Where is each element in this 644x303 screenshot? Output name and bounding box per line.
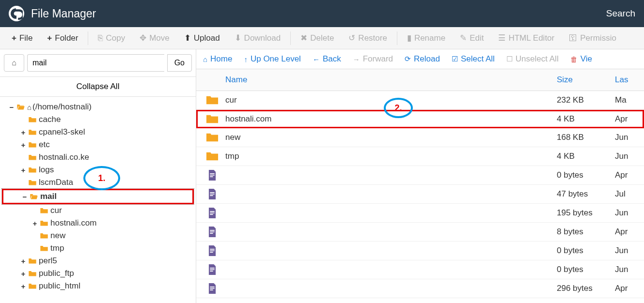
row-size: 168 KB (557, 133, 615, 142)
row-last: Apr (615, 114, 634, 124)
tree-item[interactable]: hostnali.co.ke (2, 151, 194, 164)
ct-view-label: Vie (581, 54, 592, 64)
ct-view-button[interactable]: 🗑Vie (570, 54, 592, 64)
copy-icon: ⎘ (98, 33, 103, 43)
upload-button[interactable]: ⬆Upload (177, 29, 227, 47)
row-name: tmp (225, 152, 557, 161)
tree-item[interactable]: cache (2, 113, 194, 126)
tree-label: lscmData (39, 178, 73, 187)
table-row[interactable]: 0 bytesApr (196, 166, 644, 185)
new-folder-button[interactable]: +Folder (40, 30, 85, 47)
copy-button[interactable]: ⎘Copy (91, 30, 132, 47)
edit-button[interactable]: ✎Edit (453, 29, 490, 47)
tree-label: logs (39, 165, 54, 175)
edit-label: Edit (470, 33, 484, 43)
table-row[interactable]: new168 KBJun (196, 128, 644, 147)
table-row[interactable]: 8 bytesApr (196, 223, 644, 242)
row-last: Apr (615, 170, 634, 180)
tree-toggle[interactable]: + (19, 282, 27, 290)
table-row[interactable]: hostnali.com4 KBApr (196, 110, 644, 128)
tree-item[interactable]: +perl5 (2, 255, 194, 267)
new-file-button[interactable]: +File (5, 30, 39, 47)
tree-item[interactable]: +public_html (2, 280, 194, 292)
table-row[interactable]: 47 bytesJul (196, 185, 644, 204)
row-last: Jun (615, 152, 634, 161)
permissions-button[interactable]: ⚿Permissio (562, 30, 623, 47)
row-size: 296 bytes (557, 284, 615, 293)
html-editor-button[interactable]: ☰HTML Editor (491, 29, 561, 47)
row-size: 4 KB (557, 114, 615, 124)
rename-button[interactable]: ▮Rename (400, 29, 452, 47)
ct-forward-label: Forward (363, 54, 393, 64)
ct-select-all-label: Select All (461, 54, 495, 64)
separator (397, 31, 397, 45)
row-size: 232 KB (557, 95, 615, 105)
tree-item[interactable]: cur (2, 204, 194, 217)
row-size: 0 bytes (557, 246, 615, 256)
tree-toggle[interactable]: + (19, 141, 27, 149)
tree-label: cur (50, 206, 62, 215)
tree-toggle[interactable]: + (19, 257, 27, 265)
download-button[interactable]: ⬇Download (228, 29, 288, 47)
row-last: Apr (615, 227, 634, 237)
main-area: ⌂ Go Collapse All −⌂(/home/hostnali)cach… (0, 49, 644, 303)
tree-toggle[interactable]: + (19, 270, 27, 278)
ct-reload-button[interactable]: ⟳Reload (405, 54, 440, 64)
tree-toggle[interactable]: − (21, 193, 29, 201)
collapse-all-button[interactable]: Collapse All (0, 77, 196, 97)
key-icon: ⚿ (569, 33, 577, 43)
tree-item[interactable]: +cpanel3-skel (2, 126, 194, 138)
rename-label: Rename (414, 33, 445, 43)
go-button[interactable]: Go (167, 54, 192, 72)
ct-up-button[interactable]: ↑Up One Level (244, 54, 300, 64)
plus-icon: + (47, 33, 52, 43)
ct-unselect-all-button[interactable]: ☐Unselect All (506, 54, 559, 64)
move-button[interactable]: ✥Move (133, 29, 176, 47)
tree-item[interactable]: −⌂(/home/hostnali) (2, 101, 194, 113)
tree-toggle[interactable]: + (31, 219, 39, 227)
tree-item[interactable]: +logs (2, 164, 194, 176)
app-title: File Manager (31, 7, 96, 20)
tree-item[interactable]: +etc (2, 138, 194, 151)
home-button[interactable]: ⌂ (4, 54, 24, 72)
row-last: Ma (615, 95, 634, 105)
th-name[interactable]: Name (225, 75, 557, 85)
table-row[interactable]: tmp4 KBJun (196, 147, 644, 166)
ct-forward-button[interactable]: →Forward (353, 54, 393, 64)
content-pane: ⌂Home ↑Up One Level ←Back →Forward ⟳Relo… (196, 49, 644, 303)
ct-back-label: Back (323, 54, 341, 64)
search-link[interactable]: Search (606, 8, 635, 19)
delete-label: Delete (310, 33, 334, 43)
table-row[interactable]: 0 bytesJun (196, 260, 644, 279)
th-last[interactable]: Las (615, 75, 634, 85)
tree-toggle[interactable]: − (8, 103, 16, 111)
tree-toggle[interactable]: + (19, 128, 27, 136)
table-row[interactable]: 296 bytesApr (196, 279, 644, 298)
row-last: Jun (615, 133, 634, 142)
restore-button[interactable]: ↺Restore (342, 29, 394, 47)
ct-up-label: Up One Level (251, 54, 301, 64)
row-last: Jul (615, 189, 634, 199)
table-row[interactable]: 195 bytesJun (196, 204, 644, 223)
tree-item[interactable]: +public_ftp (2, 267, 194, 280)
row-name: cur (225, 95, 557, 105)
delete-button[interactable]: ✖Delete (294, 29, 341, 47)
ct-home-button[interactable]: ⌂Home (203, 54, 232, 64)
table-row[interactable]: 0 bytesJun (196, 242, 644, 260)
back-icon: ← (313, 55, 320, 63)
path-input[interactable] (27, 54, 164, 72)
table-row[interactable]: cur232 KBMa (196, 91, 644, 110)
home-icon: ⌂ (12, 59, 16, 67)
row-size: 0 bytes (557, 265, 615, 274)
tree-item[interactable]: +hostnali.com (2, 217, 194, 229)
tree-toggle[interactable]: + (19, 166, 27, 174)
tree-item[interactable]: −mail (2, 189, 194, 204)
ct-select-all-button[interactable]: ☑Select All (452, 54, 495, 64)
th-size[interactable]: Size (557, 75, 615, 85)
ct-back-button[interactable]: ←Back (313, 54, 341, 64)
trash-icon: 🗑 (570, 55, 578, 63)
tree-item[interactable]: tmp (2, 242, 194, 255)
row-last: Jun (615, 265, 634, 274)
tree-item[interactable]: lscmData (2, 176, 194, 189)
tree-item[interactable]: new (2, 229, 194, 242)
